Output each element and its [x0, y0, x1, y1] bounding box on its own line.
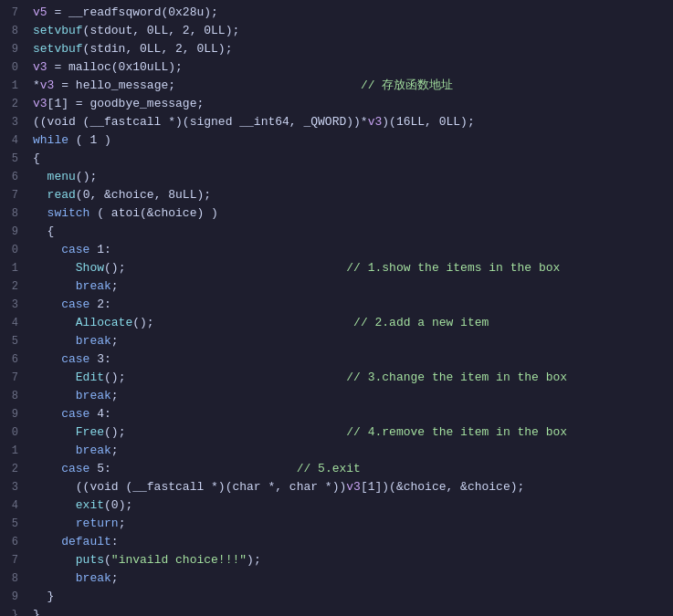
line-number: 9 [7, 405, 18, 423]
code-editor: 789012345678901234567890123456789} v5 = … [0, 0, 673, 616]
code-line: setvbuf(stdout, 0LL, 2, 0LL); [33, 22, 666, 40]
code-line: default: [33, 533, 666, 551]
code-line: Allocate(); // 2.add a new item [33, 314, 666, 332]
code-line: break; [33, 277, 666, 296]
code-line: case 2: [33, 296, 666, 314]
code-line: Free(); // 4.remove the item in the box [33, 423, 666, 442]
line-number: 5 [7, 332, 18, 350]
line-number: 4 [7, 496, 18, 515]
line-number: 1 [7, 77, 18, 95]
code-line: case 5: // 5.exit [33, 460, 666, 478]
line-number: 6 [7, 168, 18, 186]
code-line: v3 = malloc(0x10uLL); [33, 58, 666, 77]
line-number: 8 [7, 204, 18, 223]
code-line: case 3: [33, 350, 666, 369]
code-line: break; [33, 332, 666, 350]
line-numbers: 789012345678901234567890123456789} [0, 4, 26, 616]
line-number: 9 [7, 40, 18, 58]
code-line: ((void (__fastcall *)(char *, char *))v3… [33, 478, 666, 496]
code-line: case 4: [33, 405, 666, 423]
code-line: Edit(); // 3.change the item in the box [33, 369, 666, 387]
line-number: 7 [7, 369, 18, 387]
line-number: 8 [7, 387, 18, 405]
line-number: 9 [7, 223, 18, 241]
code-line: break; [33, 442, 666, 460]
line-number: 6 [7, 533, 18, 551]
code-line: setvbuf(stdin, 0LL, 2, 0LL); [33, 40, 666, 58]
line-number: 8 [7, 22, 18, 40]
line-number: 6 [7, 350, 18, 369]
line-number: } [7, 606, 18, 616]
code-line: v5 = __readfsqword(0x28u); [33, 4, 666, 22]
line-number: 3 [7, 113, 18, 131]
line-number: 7 [7, 551, 18, 569]
line-number: 0 [7, 241, 18, 259]
line-number: 0 [7, 58, 18, 77]
line-number: 2 [7, 95, 18, 113]
line-number: 3 [7, 478, 18, 496]
code-line: while ( 1 ) [33, 131, 666, 150]
code-line: } [33, 606, 666, 616]
code-line: case 1: [33, 241, 666, 259]
line-number: 5 [7, 515, 18, 533]
line-number: 9 [7, 588, 18, 606]
code-line: { [33, 150, 666, 168]
code-line: read(0, &choice, 8uLL); [33, 186, 666, 204]
code-line: { [33, 223, 666, 241]
line-number: 7 [7, 186, 18, 204]
line-number: 4 [7, 314, 18, 332]
code-line: *v3 = hello_message; // 存放函数地址 [33, 77, 666, 95]
line-number: 2 [7, 277, 18, 296]
line-number: 4 [7, 131, 18, 150]
line-number: 7 [7, 4, 18, 22]
code-line: puts("invaild choice!!!"); [33, 551, 666, 569]
line-number: 8 [7, 569, 18, 588]
line-number: 2 [7, 460, 18, 478]
line-number: 5 [7, 150, 18, 168]
code-line: Show(); // 1.show the items in the box [33, 259, 666, 277]
line-number: 1 [7, 442, 18, 460]
line-number: 0 [7, 423, 18, 442]
code-line: v3[1] = goodbye_message; [33, 95, 666, 113]
code-line: break; [33, 387, 666, 405]
code-line: } [33, 588, 666, 606]
line-number: 1 [7, 259, 18, 277]
code-line: switch ( atoi(&choice) ) [33, 204, 666, 223]
line-number: 3 [7, 296, 18, 314]
code-line: exit(0); [33, 496, 666, 515]
code-line: return; [33, 515, 666, 533]
code-line: ((void (__fastcall *)(signed __int64, _Q… [33, 113, 666, 131]
code-content: v5 = __readfsqword(0x28u);setvbuf(stdout… [26, 4, 673, 616]
code-line: break; [33, 569, 666, 588]
code-line: menu(); [33, 168, 666, 186]
